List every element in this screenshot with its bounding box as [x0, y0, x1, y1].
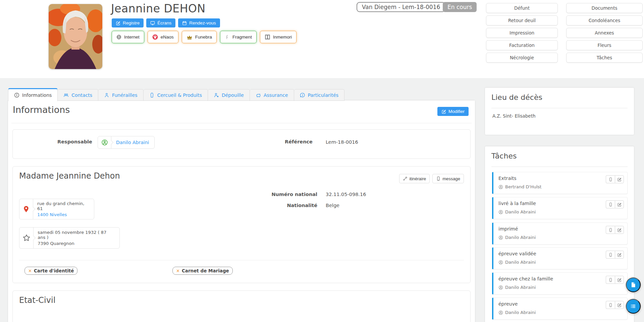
edit-icon — [617, 177, 622, 182]
nav-impression-button[interactable]: Impression — [486, 28, 558, 38]
user-circle-icon — [498, 310, 503, 315]
task-phone-button[interactable] — [606, 175, 615, 183]
task-item: imprimé Danilo Abraini — [492, 222, 628, 245]
tab-assurance[interactable]: Assurance — [250, 89, 294, 101]
fragment-icon — [225, 35, 230, 40]
itinerary-button[interactable]: itinéraire — [399, 174, 430, 183]
phone-icon — [608, 228, 613, 232]
task-phone-button[interactable] — [606, 276, 615, 284]
task-phone-button[interactable] — [606, 200, 615, 208]
task-title: épreuve validée — [498, 251, 536, 256]
internet-button[interactable]: Internet — [112, 31, 144, 43]
nav-buttons-left: Défunt Retour deuil Impression Facturati… — [486, 3, 558, 63]
tab-depouille[interactable]: Dépouille — [208, 89, 250, 101]
task-assignee: Danilo Abraini — [498, 209, 536, 214]
fragment-button[interactable]: Fragment — [220, 31, 257, 43]
ecrans-button[interactable]: Écrans — [146, 18, 175, 27]
edit-icon — [441, 109, 446, 114]
nav-taches-button[interactable]: Tâches — [566, 53, 643, 63]
nationality-label: Nationalité — [244, 203, 317, 208]
nav-defunt-button[interactable]: Défunt — [486, 3, 558, 13]
responsable-chip[interactable]: Danilo Abraini — [98, 136, 155, 149]
task-item: épreuve chez la famille Danilo Abraini — [492, 272, 628, 295]
inmemori-button[interactable]: Inmemori — [260, 31, 297, 43]
user-circle-icon — [498, 285, 503, 290]
fab-documents-button[interactable] — [626, 277, 641, 292]
info-icon — [14, 92, 19, 98]
quick-actions: Registre Écrans Rendez-vous — [112, 18, 220, 27]
birth-tile: samedi 05 novembre 1932 ( 87 ans ) 7390 … — [19, 227, 120, 249]
task-assignee: Danilo Abraini — [498, 235, 536, 240]
task-edit-button[interactable] — [615, 200, 624, 208]
modify-button[interactable]: Modifier — [437, 107, 469, 116]
tab-bar: Informations Contacts Funérailles Cercue… — [8, 88, 344, 101]
national-number-value: 32.11.05-098.16 — [326, 192, 366, 197]
national-number-label: Numéro national — [244, 192, 317, 197]
etat-civil-box: Etat-Civil — [12, 291, 471, 322]
edit-icon — [617, 202, 622, 207]
funebra-button[interactable]: Funebra — [182, 31, 217, 43]
nav-documents-button[interactable]: Documents — [566, 3, 643, 13]
inmemori-icon — [265, 34, 270, 40]
tasks-title: Tâches — [491, 152, 517, 160]
responsable-box: Responsable Danilo Abraini Référence Lem… — [12, 129, 471, 159]
remove-icon: ✕ — [28, 268, 32, 273]
edit-icon — [116, 21, 120, 25]
edit-icon — [617, 253, 622, 257]
missing-doc-carte-identite[interactable]: ✕ Carte d'identité — [24, 267, 77, 275]
missing-doc-carnet-mariage[interactable]: ✕ Carnet de Mariage — [172, 267, 233, 275]
registre-button[interactable]: Registre — [112, 18, 144, 27]
list-icon — [630, 303, 636, 309]
nav-retour-deuil-button[interactable]: Retour deuil — [486, 15, 558, 25]
map-pin-icon — [19, 199, 33, 219]
divider — [19, 260, 464, 260]
section-title-informations: Informations — [13, 105, 70, 115]
reference-value: Lem-18-0016 — [326, 139, 358, 145]
users-icon — [63, 92, 69, 98]
route-icon — [403, 176, 408, 181]
tab-particularites[interactable]: Particularités — [294, 89, 345, 101]
message-button[interactable]: message — [432, 174, 464, 183]
task-edit-button[interactable] — [615, 301, 624, 309]
address-city-link[interactable]: 1400 Nivelles — [37, 212, 90, 217]
speech-bubble-icon — [300, 92, 305, 98]
edit-icon — [617, 303, 622, 307]
tab-cercueil-produits[interactable]: Cercueil & Produits — [144, 89, 208, 101]
person-details-box: Madame Jeannine Dehon itinéraire message… — [12, 166, 471, 283]
nav-necrologie-button[interactable]: Nécrologie — [486, 53, 558, 63]
task-edit-button[interactable] — [615, 276, 624, 284]
task-phone-button[interactable] — [606, 301, 615, 309]
phone-icon — [608, 278, 613, 282]
task-phone-button[interactable] — [606, 251, 615, 259]
nav-facturation-button[interactable]: Facturation — [486, 40, 558, 50]
fab-task-list-button[interactable] — [626, 299, 641, 314]
task-phone-button[interactable] — [606, 226, 615, 234]
tab-funerailles[interactable]: Funérailles — [98, 89, 144, 101]
globe-icon — [116, 35, 121, 40]
nav-condoleances-button[interactable]: Condoléances — [566, 15, 643, 25]
portrait-illustration — [49, 4, 102, 69]
calendar-icon — [182, 21, 187, 25]
person-title: Madame Jeannine Dehon — [19, 171, 120, 181]
task-edit-button[interactable] — [615, 175, 624, 183]
birth-place: 7390 Quaregnon — [38, 241, 115, 246]
divider — [491, 108, 628, 108]
responsable-name-link[interactable]: Danilo Abraini — [111, 136, 154, 148]
enaos-button[interactable]: eNaos — [148, 31, 178, 43]
task-edit-button[interactable] — [615, 251, 624, 259]
nav-annexes-button[interactable]: Annexes — [566, 28, 643, 38]
phone-icon — [608, 202, 613, 207]
tab-informations[interactable]: Informations — [8, 88, 58, 101]
user-circle-icon — [498, 185, 503, 189]
document-icon — [630, 282, 636, 288]
nav-fleurs-button[interactable]: Fleurs — [566, 40, 643, 50]
edit-icon — [617, 278, 622, 282]
star-icon — [19, 228, 34, 248]
rendez-vous-button[interactable]: Rendez-vous — [178, 18, 220, 27]
informations-panel: Informations Modifier Responsable Danilo… — [8, 101, 475, 322]
page-title-deceased-name: Jeannine DEHON — [111, 2, 206, 15]
tab-contacts[interactable]: Contacts — [58, 89, 98, 101]
task-item: épreuve Danilo Abraini — [492, 298, 628, 320]
address-tile: rue du grand chemin, 61 1400 Nivelles — [19, 199, 94, 219]
task-edit-button[interactable] — [615, 226, 624, 234]
